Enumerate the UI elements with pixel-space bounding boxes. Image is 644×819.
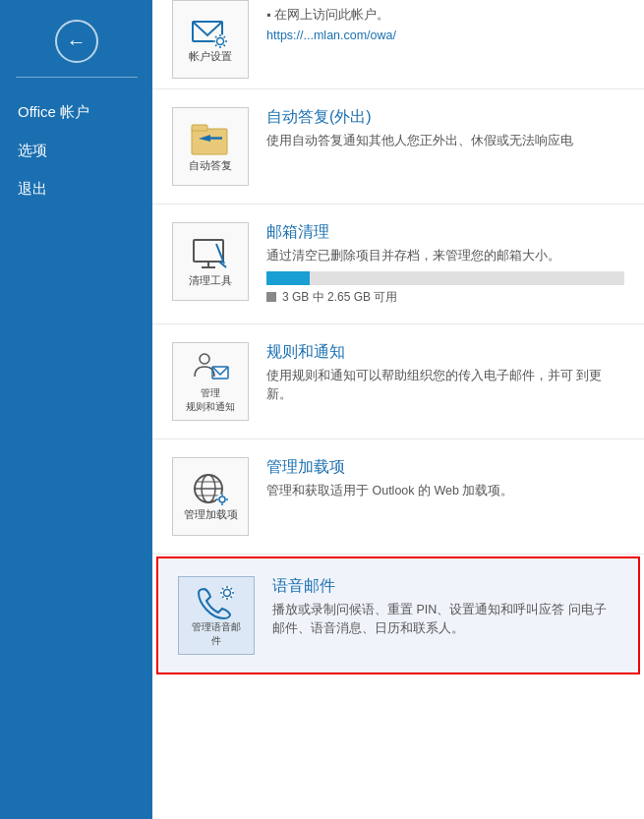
auto-reply-item[interactable]: 自动答复 自动答复(外出) 使用自动答复通知其他人您正外出、休假或无法响应电 (152, 89, 644, 205)
svg-line-7 (215, 36, 217, 38)
rules-notifications-icon-box: 管理规则和通知 (172, 342, 249, 421)
manage-addins-title: 管理加载项 (266, 457, 624, 478)
manage-addins-icon-box: 管理加载项 (172, 457, 249, 536)
account-settings-desc2: https://...mlan.com/owa/ (266, 27, 624, 45)
svg-line-39 (222, 588, 224, 590)
manage-addins-icon-label: 管理加载项 (184, 507, 238, 522)
mailbox-cleanup-content: 邮箱清理 通过清空已删除项目并存档，来管理您的邮箱大小。 3 GB 中 2.65… (266, 222, 624, 306)
settings-list: 帐户设置 ▪ 在网上访问此帐户。 https://...mlan.com/owa… (152, 0, 644, 676)
mailbox-cleanup-title: 邮箱清理 (266, 222, 624, 243)
svg-point-20 (200, 354, 209, 364)
svg-line-41 (231, 588, 233, 590)
voicemail-content: 语音邮件 播放或录制问候语、重置 PIN、设置通知和呼叫应答 问电子邮件、语音消… (272, 576, 618, 638)
account-settings-icon (191, 16, 230, 49)
account-settings-link[interactable]: https://...mlan.com/owa/ (266, 29, 396, 42)
account-settings-partial[interactable]: 帐户设置 ▪ 在网上访问此帐户。 https://...mlan.com/owa… (152, 0, 644, 89)
manage-addins-item[interactable]: 管理加载项 管理加载项 管理和获取适用于 Outlook 的 Web 加载项。 (152, 439, 644, 555)
voicemail-icon-box: 管理语音邮件 (178, 576, 255, 655)
back-button[interactable]: ← (55, 20, 98, 63)
sidebar-item-options[interactable]: 选项 (0, 132, 152, 170)
svg-line-8 (224, 44, 226, 46)
auto-reply-icon (189, 121, 232, 158)
sidebar-item-office-account[interactable]: Office 帐户 (0, 93, 152, 132)
mailbox-cleanup-icon (189, 236, 232, 273)
voicemail-icon-label: 管理语音邮件 (192, 620, 241, 648)
account-settings-desc1: ▪ 在网上访问此帐户。 (266, 6, 624, 25)
sidebar-divider (16, 77, 138, 78)
main-content: 帐户设置 ▪ 在网上访问此帐户。 https://...mlan.com/owa… (152, 0, 644, 819)
sidebar-item-signout[interactable]: 退出 (0, 170, 152, 208)
sidebar-item-label: 退出 (18, 180, 47, 197)
svg-rect-12 (192, 125, 207, 131)
back-icon: ← (67, 30, 87, 53)
mailbox-progress-fill (266, 271, 310, 285)
account-settings-icon-box: 帐户设置 (172, 0, 249, 79)
sidebar: ← Office 帐户 选项 退出 (0, 0, 152, 819)
rules-notifications-content: 规则和通知 使用规则和通知可以帮助组织您的传入电子邮件，并可 到更新。 (266, 342, 624, 404)
manage-addins-desc: 管理和获取适用于 Outlook 的 Web 加载项。 (266, 482, 624, 500)
auto-reply-desc: 使用自动答复通知其他人您正外出、休假或无法响应电 (266, 132, 624, 150)
auto-reply-icon-label: 自动答复 (189, 158, 232, 173)
manage-addins-icon (189, 470, 232, 507)
auto-reply-icon-box: 自动答复 (172, 107, 249, 186)
auto-reply-content: 自动答复(外出) 使用自动答复通知其他人您正外出、休假或无法响应电 (266, 107, 624, 150)
account-settings-icon-label: 帐户设置 (189, 49, 232, 64)
voicemail-item[interactable]: 管理语音邮件 语音邮件 播放或录制问候语、重置 PIN、设置通知和呼叫应答 问电… (156, 556, 640, 674)
mailbox-progress-label: 3 GB 中 2.65 GB 可用 (266, 289, 624, 306)
svg-line-9 (224, 36, 226, 38)
mailbox-cleanup-desc: 通过清空已删除项目并存档，来管理您的邮箱大小。 (266, 247, 624, 265)
rules-notifications-icon-label: 管理规则和通知 (186, 386, 235, 414)
voicemail-desc: 播放或录制问候语、重置 PIN、设置通知和呼叫应答 问电子邮件、语音消息、日历和… (272, 601, 618, 638)
svg-line-40 (231, 596, 233, 598)
svg-line-42 (222, 596, 224, 598)
auto-reply-title: 自动答复(外出) (266, 107, 624, 128)
mailbox-cleanup-icon-box: 清理工具 (172, 222, 249, 301)
bullet: ▪ (266, 8, 274, 22)
svg-line-10 (215, 44, 217, 46)
svg-rect-11 (192, 129, 227, 154)
sidebar-item-label: 选项 (18, 142, 47, 158)
sidebar-item-label: Office 帐户 (18, 103, 89, 120)
rules-notifications-desc: 使用规则和通知可以帮助组织您的传入电子邮件，并可 到更新。 (266, 367, 624, 404)
rules-notifications-title: 规则和通知 (266, 342, 624, 363)
mailbox-cleanup-item[interactable]: 清理工具 邮箱清理 通过清空已删除项目并存档，来管理您的邮箱大小。 3 GB 中… (152, 205, 644, 324)
voicemail-title: 语音邮件 (272, 576, 618, 597)
rules-notifications-item[interactable]: 管理规则和通知 规则和通知 使用规则和通知可以帮助组织您的传入电子邮件，并可 到… (152, 324, 644, 439)
manage-addins-content: 管理加载项 管理和获取适用于 Outlook 的 Web 加载项。 (266, 457, 624, 500)
account-settings-content: ▪ 在网上访问此帐户。 https://...mlan.com/owa/ (266, 0, 624, 45)
rules-notifications-icon (189, 349, 232, 386)
voicemail-icon (195, 583, 238, 620)
mailbox-progress-bar (266, 271, 624, 285)
mailbox-cleanup-icon-label: 清理工具 (189, 273, 232, 288)
